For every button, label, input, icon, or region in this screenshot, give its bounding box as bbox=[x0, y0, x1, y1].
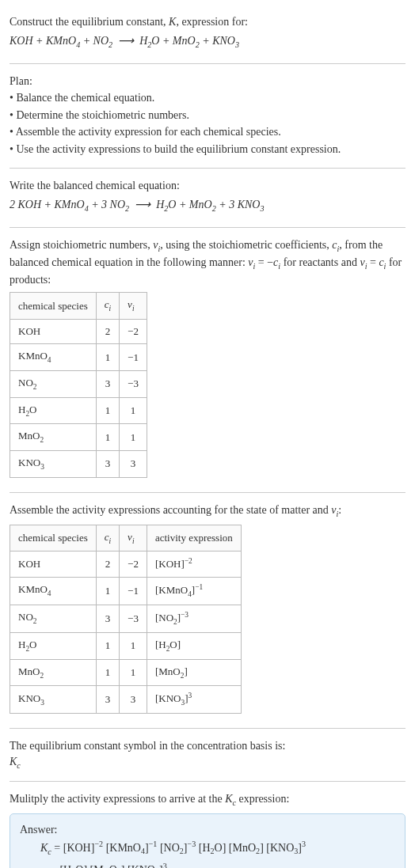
symbol-text: The equilibrium constant symbol in the c… bbox=[10, 738, 405, 754]
table-row: KMnO41−1[KMnO4]−1 bbox=[10, 577, 242, 605]
table-row: MnO211[MnO2] bbox=[10, 659, 242, 686]
table-cell: KOH bbox=[10, 552, 97, 578]
kc-expression: Kc = [KOH]−2 [KMnO4]−1 [NO2]−3 [H2O] [Mn… bbox=[40, 837, 395, 868]
divider bbox=[10, 63, 405, 64]
table-cell: −1 bbox=[120, 577, 147, 605]
table-row: KMnO41−1 bbox=[10, 344, 147, 371]
table-cell: −3 bbox=[120, 370, 147, 397]
table-cell: KNO3 bbox=[10, 686, 97, 714]
plan-item: • Determine the stoichiometric numbers. bbox=[10, 108, 405, 123]
fraction-numerator: [H2O] [MnO2] [KNO3]3 bbox=[52, 859, 173, 868]
plan-section: Plan: • Balance the chemical equation. •… bbox=[10, 67, 405, 165]
table-cell: MnO2 bbox=[10, 659, 97, 686]
answer-label: Answer: bbox=[20, 822, 395, 838]
multiply-text: Mulitply the activity expressions to arr… bbox=[10, 791, 405, 809]
header-section: Construct the equilibrium constant, K, e… bbox=[10, 8, 405, 60]
table-cell: 3 bbox=[120, 451, 147, 478]
answer-box: Answer: Kc = [KOH]−2 [KMnO4]−1 [NO2]−3 [… bbox=[10, 813, 405, 868]
table-cell: H2O bbox=[10, 632, 97, 659]
divider bbox=[10, 227, 405, 228]
divider bbox=[10, 168, 405, 169]
table-header: νi bbox=[120, 293, 147, 320]
table-row: H2O11 bbox=[10, 397, 147, 424]
table-cell: NO2 bbox=[10, 370, 97, 397]
table-cell: −2 bbox=[120, 552, 147, 578]
table-row: KOH2−2 bbox=[10, 320, 147, 344]
multiply-section: Mulitply the activity expressions to arr… bbox=[10, 785, 405, 868]
divider bbox=[10, 728, 405, 729]
plan-list: • Balance the chemical equation. • Deter… bbox=[10, 90, 405, 157]
table-cell: MnO2 bbox=[10, 424, 97, 451]
divider bbox=[10, 492, 405, 493]
table-cell: [KNO3]3 bbox=[147, 686, 241, 714]
activity-table: chemical species ci νi activity expressi… bbox=[10, 525, 242, 714]
table-cell: KNO3 bbox=[10, 451, 97, 478]
table-header: chemical species bbox=[10, 293, 97, 320]
table-cell: 3 bbox=[96, 451, 119, 478]
fraction: [H2O] [MnO2] [KNO3]3 [KOH]2 [KMnO4] [NO2… bbox=[52, 859, 173, 868]
kc-line1: Kc = [KOH]−2 [KMnO4]−1 [NO2]−3 [H2O] [Mn… bbox=[40, 837, 395, 859]
table-cell: [H2O] bbox=[147, 632, 241, 659]
balanced-equation: 2 KOH + KMnO4 + 3 NO2 ⟶ H2O + MnO2 + 3 K… bbox=[10, 197, 405, 214]
plan-item: • Assemble the activity expression for e… bbox=[10, 124, 405, 140]
table-header-row: chemical species ci νi bbox=[10, 293, 147, 320]
construct-text: Construct the equilibrium constant, K, e… bbox=[10, 14, 405, 30]
table-header: νi bbox=[120, 525, 147, 552]
table-cell: KMnO4 bbox=[10, 344, 97, 371]
table-cell: 1 bbox=[120, 632, 147, 659]
symbol-section: The equilibrium constant symbol in the c… bbox=[10, 732, 405, 778]
table-header: ci bbox=[96, 525, 119, 552]
table-cell: 3 bbox=[120, 686, 147, 714]
initial-equation: KOH + KMnO4 + NO2 ⟶ H2O + MnO2 + KNO3 bbox=[10, 33, 405, 51]
table-row: H2O11[H2O] bbox=[10, 632, 242, 659]
table-row: NO23−3[NO2]−3 bbox=[10, 605, 242, 632]
table-cell: 1 bbox=[96, 632, 119, 659]
kc-symbol: Kc bbox=[10, 754, 405, 771]
table-cell: 2 bbox=[96, 552, 119, 578]
table-cell: NO2 bbox=[10, 605, 97, 632]
assemble-text: Assemble the activity expressions accoun… bbox=[10, 502, 405, 520]
table-header: ci bbox=[96, 293, 119, 320]
assign-text: Assign stoichiometric numbers, νi, using… bbox=[10, 237, 405, 287]
table-cell: 1 bbox=[120, 397, 147, 424]
balanced-title: Write the balanced chemical equation: bbox=[10, 178, 405, 194]
plan-item: • Use the activity expressions to build … bbox=[10, 142, 405, 157]
assign-section: Assign stoichiometric numbers, νi, using… bbox=[10, 231, 405, 489]
table-header: activity expression bbox=[147, 525, 241, 552]
table-cell: 1 bbox=[96, 424, 119, 451]
table-cell: KMnO4 bbox=[10, 577, 97, 605]
table-row: KNO333 bbox=[10, 451, 147, 478]
table-cell: [KOH]−2 bbox=[147, 552, 241, 578]
table-cell: −3 bbox=[120, 605, 147, 632]
table-cell: 1 bbox=[96, 659, 119, 686]
table-cell: 1 bbox=[96, 577, 119, 605]
table-cell: −2 bbox=[120, 320, 147, 344]
table-cell: 1 bbox=[120, 659, 147, 686]
table-cell: 3 bbox=[96, 686, 119, 714]
table-cell: 3 bbox=[96, 605, 119, 632]
plan-item: • Balance the chemical equation. bbox=[10, 90, 405, 106]
assemble-section: Assemble the activity expressions accoun… bbox=[10, 496, 405, 726]
table-row: KOH2−2[KOH]−2 bbox=[10, 552, 242, 578]
table-cell: [MnO2] bbox=[147, 659, 241, 686]
table-cell: 2 bbox=[96, 320, 119, 344]
balanced-section: Write the balanced chemical equation: 2 … bbox=[10, 172, 405, 224]
table-cell: [NO2]−3 bbox=[147, 605, 241, 632]
stoich-table: chemical species ci νi KOH2−2 KMnO41−1 N… bbox=[10, 292, 147, 477]
plan-title: Plan: bbox=[10, 74, 405, 89]
table-cell: KOH bbox=[10, 320, 97, 344]
table-header: chemical species bbox=[10, 525, 97, 552]
table-cell: 3 bbox=[96, 370, 119, 397]
table-row: MnO211 bbox=[10, 424, 147, 451]
table-row: NO23−3 bbox=[10, 370, 147, 397]
table-header-row: chemical species ci νi activity expressi… bbox=[10, 525, 242, 552]
kc-line2: = [H2O] [MnO2] [KNO3]3 [KOH]2 [KMnO4] [N… bbox=[40, 859, 395, 868]
table-cell: −1 bbox=[120, 344, 147, 371]
table-cell: H2O bbox=[10, 397, 97, 424]
table-cell: [KMnO4]−1 bbox=[147, 577, 241, 605]
table-cell: 1 bbox=[120, 424, 147, 451]
table-row: KNO333[KNO3]3 bbox=[10, 686, 242, 714]
divider bbox=[10, 781, 405, 782]
table-cell: 1 bbox=[96, 344, 119, 371]
table-cell: 1 bbox=[96, 397, 119, 424]
